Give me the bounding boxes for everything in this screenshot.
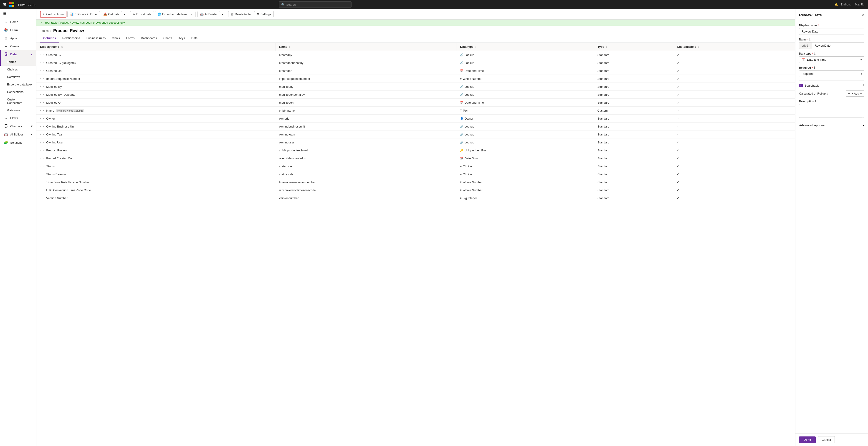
- col-header-data-type[interactable]: Data type ↕: [457, 43, 594, 51]
- ai-builder-button[interactable]: 🤖 AI Builder: [197, 11, 220, 17]
- delete-table-button[interactable]: 🗑 Delete table: [228, 11, 253, 17]
- row-actions[interactable]: ···: [40, 188, 44, 192]
- row-actions[interactable]: ···: [40, 61, 44, 65]
- sidebar-hamburger[interactable]: ☰: [0, 9, 36, 18]
- display-name-input[interactable]: [799, 28, 864, 35]
- sidebar-item-choices[interactable]: Choices: [0, 66, 36, 73]
- tab-charts[interactable]: Charts: [160, 34, 175, 42]
- tab-columns[interactable]: Columns: [40, 34, 59, 42]
- calc-rollup-label: Calculated or Rollup ℹ: [799, 92, 846, 95]
- description-info-icon[interactable]: ℹ: [815, 100, 816, 103]
- required-select[interactable]: Required Optional Business Required: [799, 70, 864, 77]
- export-lake-dropdown[interactable]: ▾: [190, 11, 194, 17]
- export-data-button[interactable]: ⤷ Export data: [130, 11, 154, 17]
- col-header-name[interactable]: Name ↕: [276, 43, 457, 51]
- cell-data-type: 📅Date and Time: [457, 99, 594, 107]
- waffle-icon[interactable]: ⊞: [3, 2, 6, 7]
- display-name-cell: Record Created On: [46, 157, 72, 160]
- cancel-button[interactable]: Cancel: [818, 436, 835, 443]
- sidebar-item-chatbots[interactable]: 💬 Chatbots ▼: [0, 122, 36, 130]
- customizable-check: ✓: [677, 93, 679, 96]
- user-label[interactable]: Matt R...: [855, 3, 865, 6]
- add-column-button[interactable]: + + Add column: [40, 11, 66, 18]
- search-input[interactable]: [286, 3, 349, 6]
- tab-views[interactable]: Views: [109, 34, 123, 42]
- row-actions[interactable]: ···: [40, 53, 44, 57]
- row-actions[interactable]: ···: [40, 84, 44, 89]
- required-info-icon[interactable]: ℹ: [814, 66, 815, 69]
- done-button[interactable]: Done: [799, 437, 816, 443]
- col-header-customizable[interactable]: Customizable ↕: [673, 43, 795, 51]
- row-actions[interactable]: ···: [40, 100, 44, 104]
- get-data-icon: 📥: [103, 12, 107, 16]
- sidebar-item-tables[interactable]: Tables: [0, 58, 36, 66]
- row-actions[interactable]: ···: [40, 77, 44, 80]
- row-actions[interactable]: ···: [40, 140, 44, 144]
- sidebar-item-gateways[interactable]: Gateways: [0, 107, 36, 114]
- row-actions[interactable]: ···: [40, 69, 44, 72]
- tab-business-rules[interactable]: Business rules: [83, 34, 109, 42]
- row-actions[interactable]: ···: [40, 108, 44, 112]
- notification-icon[interactable]: 🔔: [835, 3, 838, 6]
- panel-close-button[interactable]: ✕: [861, 13, 864, 18]
- row-actions[interactable]: ···: [40, 124, 44, 128]
- row-actions[interactable]: ···: [40, 156, 44, 160]
- tab-keys[interactable]: Keys: [175, 34, 188, 42]
- get-data-button[interactable]: 📥 Get data: [101, 11, 122, 17]
- sidebar-item-dataflows[interactable]: Dataflows: [0, 73, 36, 81]
- row-actions[interactable]: ···: [40, 172, 44, 176]
- tab-relationships[interactable]: Relationships: [59, 34, 83, 42]
- sidebar-item-ai-builder[interactable]: 🤖 AI Builder ▼: [0, 130, 36, 138]
- env-label[interactable]: Environ...: [841, 3, 852, 6]
- sidebar-label-choices: Choices: [7, 68, 18, 71]
- searchable-info-icon[interactable]: ℹ: [863, 84, 864, 87]
- sidebar-item-flows[interactable]: ↔ Flows: [0, 114, 36, 122]
- col-header-type[interactable]: Type ↕: [594, 43, 673, 51]
- search-bar[interactable]: 🔍: [279, 1, 351, 8]
- ai-dropdown[interactable]: ▾: [221, 11, 224, 17]
- tab-dashboards[interactable]: Dashboards: [138, 34, 160, 42]
- settings-button[interactable]: ⚙ Settings: [254, 11, 274, 17]
- delete-icon: 🗑: [231, 12, 234, 16]
- sidebar-item-learn[interactable]: 📚 Learn: [0, 26, 36, 34]
- cell-display-name: ···Modified By: [36, 83, 276, 91]
- row-actions[interactable]: ···: [40, 180, 44, 184]
- breadcrumb-parent[interactable]: Tables: [40, 29, 49, 33]
- tab-data[interactable]: Data: [188, 34, 201, 42]
- export-data-lake-button[interactable]: 🌐 Export to data lake: [155, 11, 189, 17]
- tab-forms[interactable]: Forms: [123, 34, 138, 42]
- breadcrumb-current: Product Review: [53, 28, 84, 33]
- panel-divider: [799, 80, 864, 80]
- row-actions[interactable]: ···: [40, 93, 44, 96]
- sidebar-item-home[interactable]: ⌂ Home: [0, 18, 36, 26]
- edit-data-button[interactable]: 📊 Edit data in Excel: [67, 11, 100, 17]
- sidebar-item-data[interactable]: 🗄 Data ▲: [0, 50, 36, 58]
- row-actions[interactable]: ···: [40, 164, 44, 168]
- description-textarea[interactable]: [799, 104, 864, 118]
- sidebar-item-connections[interactable]: Connections: [0, 88, 36, 96]
- cell-data-type: 👤Owner: [457, 114, 594, 123]
- cell-type: Standard: [594, 83, 673, 91]
- name-info-icon[interactable]: ℹ: [809, 38, 810, 41]
- get-data-dropdown[interactable]: ▾: [123, 11, 126, 17]
- cell-data-type: #Big Integer: [457, 194, 594, 202]
- searchable-checkbox[interactable]: ✓: [799, 84, 803, 87]
- calc-add-button[interactable]: + + Add ▾: [846, 91, 864, 97]
- data-type-info-icon[interactable]: ℹ: [814, 52, 815, 55]
- sidebar-item-apps[interactable]: ⊞ Apps: [0, 34, 36, 42]
- row-actions[interactable]: ···: [40, 148, 44, 152]
- sidebar-item-create[interactable]: + Create: [0, 42, 36, 50]
- col-header-display-name[interactable]: Display name ↑↓: [36, 43, 276, 51]
- row-actions[interactable]: ···: [40, 116, 44, 120]
- calc-info-icon[interactable]: ℹ: [827, 92, 828, 95]
- cell-display-name: ···Import Sequence Number: [36, 75, 276, 83]
- cell-name: modifiedby: [276, 83, 457, 91]
- sidebar-item-solutions[interactable]: 🧩 Solutions: [0, 138, 36, 147]
- row-actions[interactable]: ···: [40, 132, 44, 136]
- sidebar-item-export[interactable]: Export to data lake: [0, 81, 36, 88]
- name-input[interactable]: [812, 42, 864, 49]
- data-type-select[interactable]: 📅 Date and Time: [799, 56, 864, 63]
- row-actions[interactable]: ···: [40, 196, 44, 200]
- advanced-options-row[interactable]: Advanced options ▾: [799, 122, 864, 129]
- sidebar-item-custom-connectors[interactable]: Custom Connectors: [0, 96, 36, 107]
